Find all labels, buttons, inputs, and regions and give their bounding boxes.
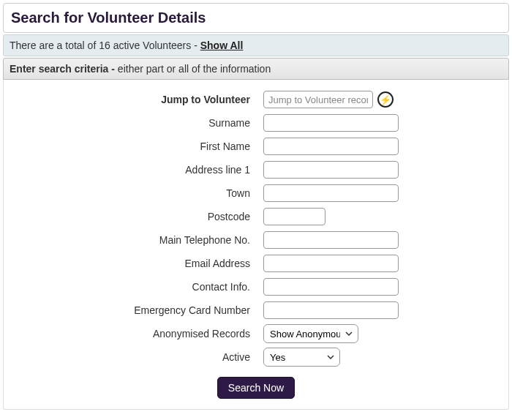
address1-label: Address line 1 — [11, 164, 263, 176]
contact-label: Contact Info. — [11, 281, 263, 293]
active-label: Active — [11, 351, 263, 363]
summary-count: 16 — [99, 40, 110, 51]
email-input[interactable] — [263, 255, 399, 272]
anonymised-label: Anonymised Records — [11, 328, 263, 340]
town-input[interactable] — [263, 184, 399, 202]
address1-input[interactable] — [263, 161, 399, 179]
town-label: Town — [11, 187, 263, 199]
search-now-button[interactable]: Search Now — [217, 377, 295, 399]
postcode-label: Postcode — [11, 211, 263, 222]
jump-input[interactable] — [263, 91, 373, 108]
surname-input[interactable] — [263, 114, 399, 132]
phone-label: Main Telephone No. — [11, 234, 263, 246]
postcode-input[interactable] — [263, 208, 325, 225]
emergency-label: Emergency Card Number — [11, 304, 263, 316]
contact-input[interactable] — [263, 278, 399, 296]
jump-go-button[interactable]: ⚡ — [377, 91, 394, 108]
first-name-input[interactable] — [263, 138, 399, 155]
criteria-bar: Enter search criteria - either part or a… — [3, 58, 509, 80]
title-bar: Search for Volunteer Details — [3, 3, 509, 33]
show-all-link[interactable]: Show All — [200, 40, 244, 51]
surname-label: Surname — [11, 117, 263, 129]
first-name-label: First Name — [11, 140, 263, 152]
search-form: Jump to Volunteer ⚡ Surname First Name A… — [3, 80, 509, 410]
criteria-label-rest: either part or all of the information — [118, 63, 271, 75]
summary-prefix: There are a total of — [10, 40, 99, 51]
anonymised-select[interactable]: Show Anonymous — [263, 324, 358, 343]
bolt-icon: ⚡ — [380, 95, 391, 105]
phone-input[interactable] — [263, 231, 399, 249]
page-title: Search for Volunteer Details — [11, 10, 501, 26]
active-select[interactable]: Yes — [263, 348, 340, 367]
email-label: Email Address — [11, 258, 263, 269]
emergency-input[interactable] — [263, 301, 399, 319]
summary-suffix: active Volunteers - — [110, 40, 200, 51]
criteria-label-strong: Enter search criteria - — [10, 63, 118, 75]
jump-label: Jump to Volunteer — [11, 94, 263, 105]
summary-bar: There are a total of 16 active Volunteer… — [3, 34, 509, 56]
